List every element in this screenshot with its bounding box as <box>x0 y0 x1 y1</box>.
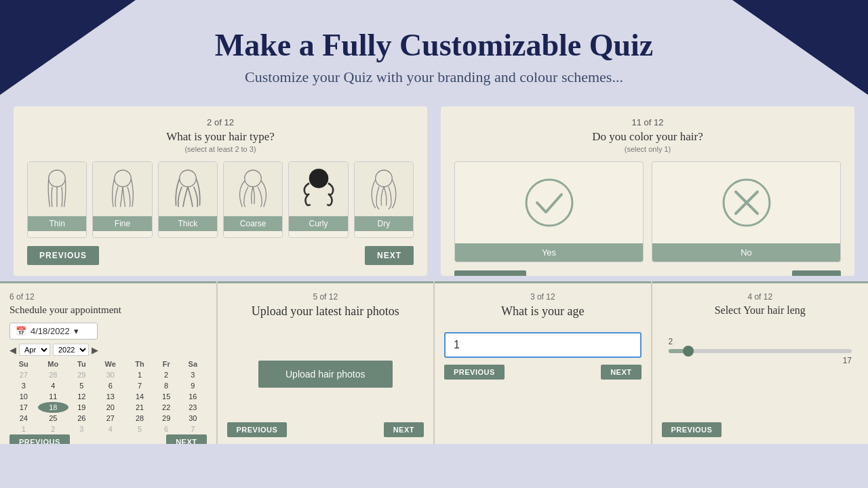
cal-day[interactable]: 17 <box>9 402 38 413</box>
hair-label-dry: Dry <box>355 216 413 231</box>
hair-img-thick <box>158 162 218 216</box>
calendar-next-arrow[interactable]: ▶ <box>92 345 98 355</box>
hair-img-fine <box>92 162 152 216</box>
cal-day[interactable]: 27 <box>95 413 126 424</box>
svg-point-5 <box>309 169 328 188</box>
hair-type-prev-button[interactable]: PREVIOUS <box>27 246 99 265</box>
panel-color-hair: 11 of 12 Do you color your hair? (select… <box>441 106 854 276</box>
upload-next-button[interactable]: NEXT <box>384 422 424 437</box>
panel-schedule: 6 of 12 Schedule your appointment 📅 4/18… <box>0 281 218 444</box>
cal-day[interactable]: 19 <box>68 402 95 413</box>
age-next-button[interactable]: NEXT <box>601 365 641 380</box>
hair-type-progress: 2 of 12 <box>27 117 414 127</box>
length-question: Select Your hair leng <box>662 304 859 317</box>
cal-day[interactable]: 5 <box>126 424 153 434</box>
cal-day[interactable]: 29 <box>153 413 179 424</box>
cal-day[interactable]: 3 <box>179 369 206 380</box>
cal-day[interactable]: 30 <box>179 413 206 424</box>
cal-day[interactable]: 25 <box>38 413 68 424</box>
cal-day[interactable]: 13 <box>95 391 126 402</box>
cal-day[interactable]: 22 <box>153 402 179 413</box>
hair-type-question: What is your hair type? <box>27 130 414 144</box>
yes-label: Yes <box>455 243 643 262</box>
cal-day[interactable]: 20 <box>95 402 126 413</box>
cal-day[interactable]: 5 <box>68 380 95 391</box>
cal-day[interactable]: 9 <box>179 380 206 391</box>
age-input[interactable] <box>444 332 642 358</box>
cal-th-mo: Mo <box>38 359 68 369</box>
cal-day[interactable]: 10 <box>9 391 38 402</box>
cal-day[interactable]: 27 <box>9 369 38 380</box>
svg-point-1 <box>114 170 131 187</box>
hair-options: Thin Fine <box>27 161 414 238</box>
cal-day[interactable]: 26 <box>68 413 95 424</box>
cal-day[interactable]: 23 <box>179 402 206 413</box>
panels-row2: 6 of 12 Schedule your appointment 📅 4/18… <box>0 281 868 444</box>
cal-day[interactable]: 7 <box>179 424 206 434</box>
cal-day[interactable]: 3 <box>68 424 95 434</box>
hair-option-curly[interactable]: Curly <box>288 161 348 238</box>
cal-day[interactable]: 3 <box>9 380 38 391</box>
length-progress: 4 of 12 <box>662 292 859 302</box>
calendar-year-select[interactable]: 2022 <box>53 344 89 356</box>
cal-day[interactable]: 24 <box>9 413 38 424</box>
cal-day[interactable]: 16 <box>179 391 206 402</box>
panel-upload: 5 of 12 Upload your latest hair photos U… <box>218 281 435 444</box>
calendar-month-select[interactable]: Apr <box>19 344 50 356</box>
hair-img-curly <box>288 162 348 216</box>
upload-nav: PREVIOUS NEXT <box>227 422 425 437</box>
cal-day-today[interactable]: 18 <box>38 402 68 413</box>
yn-option-no[interactable]: No <box>652 161 841 262</box>
cal-day[interactable]: 2 <box>153 369 179 380</box>
hair-label-thin: Thin <box>28 216 86 231</box>
cal-day[interactable]: 21 <box>126 402 153 413</box>
hair-type-next-button[interactable]: NEXT <box>365 246 414 265</box>
schedule-progress-line <box>0 281 216 283</box>
hair-option-dry[interactable]: Dry <box>354 161 414 238</box>
schedule-next-button[interactable]: NEXT <box>166 434 206 444</box>
cal-day[interactable]: 28 <box>38 369 68 380</box>
cal-day[interactable]: 7 <box>126 380 153 391</box>
cal-day[interactable]: 6 <box>153 424 179 434</box>
age-prev-button[interactable]: PREVIOUS <box>444 365 505 380</box>
cal-day[interactable]: 14 <box>126 391 153 402</box>
cal-day[interactable]: 15 <box>153 391 179 402</box>
hair-option-coarse[interactable]: Coarse <box>223 161 283 238</box>
cal-day[interactable]: 8 <box>153 380 179 391</box>
no-icon-area <box>706 162 787 243</box>
hair-label-coarse: Coarse <box>224 216 282 231</box>
cal-day[interactable]: 29 <box>68 369 95 380</box>
length-prev-button[interactable]: PREVIOUS <box>662 422 722 437</box>
hair-option-thick[interactable]: Thick <box>158 161 218 238</box>
svg-point-2 <box>180 170 197 187</box>
age-nav: PREVIOUS NEXT <box>444 365 642 380</box>
age-progress: 3 of 12 <box>444 292 642 302</box>
calendar-date-bar[interactable]: 📅 4/18/2022 ▾ <box>9 323 98 340</box>
cal-day[interactable]: 30 <box>95 369 126 380</box>
cal-day[interactable]: 4 <box>38 380 68 391</box>
schedule-prev-button[interactable]: PREVIOUS <box>9 434 70 444</box>
age-progress-line <box>435 281 651 283</box>
cal-day[interactable]: 28 <box>126 413 153 424</box>
cal-day[interactable]: 1 <box>9 424 38 434</box>
schedule-progress: 6 of 12 <box>9 292 207 302</box>
cal-day[interactable]: 1 <box>126 369 153 380</box>
cal-day[interactable]: 11 <box>38 391 68 402</box>
color-hair-next-button[interactable]: NEXT <box>792 270 841 276</box>
cal-day[interactable]: 2 <box>38 424 68 434</box>
hair-option-thin[interactable]: Thin <box>27 161 87 238</box>
hair-option-fine[interactable]: Fine <box>92 161 152 238</box>
yn-option-yes[interactable]: Yes <box>454 161 644 262</box>
cal-day[interactable]: 12 <box>68 391 95 402</box>
upload-button[interactable]: Upload hair photos <box>258 361 393 388</box>
cal-day[interactable]: 6 <box>95 380 126 391</box>
color-hair-progress: 11 of 12 <box>454 117 841 127</box>
cal-day[interactable]: 4 <box>95 424 126 434</box>
upload-prev-button[interactable]: PREVIOUS <box>227 422 288 437</box>
color-hair-prev-button[interactable]: PREVIOUS <box>454 270 526 276</box>
slider-track <box>669 349 852 353</box>
calendar-table: Su Mo Tu We Th Fr Sa 27 28 29 30 <box>9 359 207 434</box>
slider-thumb[interactable] <box>683 346 694 357</box>
calendar-prev-arrow[interactable]: ◀ <box>9 345 16 355</box>
panel-age: 3 of 12 What is your age PREVIOUS NEXT <box>435 281 652 444</box>
